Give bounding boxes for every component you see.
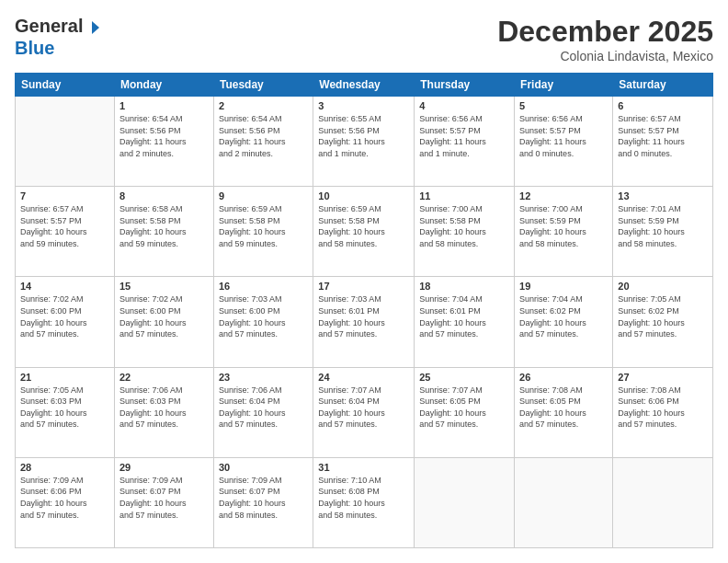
header: GeneralBlue December 2025 Colonia Lindav… — [15, 15, 713, 63]
calendar-day-cell: 20Sunrise: 7:05 AM Sunset: 6:02 PM Dayli… — [613, 277, 713, 367]
day-number: 13 — [618, 190, 708, 201]
day-info: Sunrise: 7:06 AM Sunset: 6:04 PM Dayligh… — [219, 385, 308, 431]
day-number: 23 — [219, 372, 308, 383]
calendar-day-cell: 26Sunrise: 7:08 AM Sunset: 6:05 PM Dayli… — [515, 367, 613, 457]
day-info: Sunrise: 6:59 AM Sunset: 5:58 PM Dayligh… — [318, 203, 409, 249]
calendar-day-cell: 12Sunrise: 7:00 AM Sunset: 5:59 PM Dayli… — [515, 187, 613, 277]
day-info: Sunrise: 6:56 AM Sunset: 5:57 PM Dayligh… — [419, 113, 509, 159]
day-number: 18 — [419, 281, 509, 292]
day-info: Sunrise: 7:01 AM Sunset: 5:59 PM Dayligh… — [618, 203, 708, 249]
calendar-header-cell: Tuesday — [213, 74, 313, 97]
day-number: 7 — [20, 190, 109, 201]
calendar-day-cell: 17Sunrise: 7:03 AM Sunset: 6:01 PM Dayli… — [313, 277, 415, 367]
calendar-day-cell — [16, 97, 115, 187]
day-number: 1 — [119, 100, 209, 111]
day-number: 25 — [419, 372, 509, 383]
calendar-header-row: SundayMondayTuesdayWednesdayThursdayFrid… — [16, 74, 713, 97]
day-info: Sunrise: 7:09 AM Sunset: 6:07 PM Dayligh… — [119, 475, 209, 521]
calendar-week-row: 1Sunrise: 6:54 AM Sunset: 5:56 PM Daylig… — [16, 97, 713, 187]
day-number: 3 — [318, 100, 409, 111]
calendar-subtitle: Colonia Lindavista, Mexico — [497, 49, 713, 63]
calendar-day-cell: 19Sunrise: 7:04 AM Sunset: 6:02 PM Dayli… — [515, 277, 613, 367]
calendar-day-cell: 30Sunrise: 7:09 AM Sunset: 6:07 PM Dayli… — [213, 457, 313, 547]
calendar-day-cell: 25Sunrise: 7:07 AM Sunset: 6:05 PM Dayli… — [415, 367, 515, 457]
calendar-day-cell: 23Sunrise: 7:06 AM Sunset: 6:04 PM Dayli… — [213, 367, 313, 457]
day-number: 10 — [318, 190, 409, 201]
calendar-day-cell: 2Sunrise: 6:54 AM Sunset: 5:56 PM Daylig… — [213, 97, 313, 187]
day-number: 4 — [419, 100, 509, 111]
day-number: 29 — [119, 462, 209, 473]
day-number: 5 — [519, 100, 608, 111]
day-info: Sunrise: 7:10 AM Sunset: 6:08 PM Dayligh… — [318, 475, 409, 521]
calendar-day-cell: 3Sunrise: 6:55 AM Sunset: 5:56 PM Daylig… — [313, 97, 415, 187]
day-info: Sunrise: 7:04 AM Sunset: 6:02 PM Dayligh… — [519, 293, 608, 339]
calendar-day-cell — [613, 457, 713, 547]
day-number: 8 — [119, 190, 209, 201]
day-number: 31 — [318, 462, 409, 473]
day-number: 30 — [219, 462, 308, 473]
calendar-header-cell: Thursday — [415, 74, 515, 97]
calendar-header-cell: Sunday — [16, 74, 115, 97]
day-number: 21 — [20, 372, 109, 383]
day-info: Sunrise: 7:00 AM Sunset: 5:59 PM Dayligh… — [519, 203, 608, 249]
day-number: 19 — [519, 281, 608, 292]
calendar-day-cell: 27Sunrise: 7:08 AM Sunset: 6:06 PM Dayli… — [613, 367, 713, 457]
day-info: Sunrise: 6:57 AM Sunset: 5:57 PM Dayligh… — [618, 113, 708, 159]
calendar-day-cell: 10Sunrise: 6:59 AM Sunset: 5:58 PM Dayli… — [313, 187, 415, 277]
calendar-day-cell: 7Sunrise: 6:57 AM Sunset: 5:57 PM Daylig… — [16, 187, 115, 277]
day-number: 17 — [318, 281, 409, 292]
day-number: 20 — [618, 281, 708, 292]
day-info: Sunrise: 7:09 AM Sunset: 6:06 PM Dayligh… — [20, 475, 109, 521]
calendar-day-cell: 28Sunrise: 7:09 AM Sunset: 6:06 PM Dayli… — [16, 457, 115, 547]
day-info: Sunrise: 7:05 AM Sunset: 6:03 PM Dayligh… — [20, 385, 109, 431]
day-info: Sunrise: 7:04 AM Sunset: 6:01 PM Dayligh… — [419, 293, 509, 339]
day-number: 9 — [219, 190, 308, 201]
day-info: Sunrise: 7:08 AM Sunset: 6:06 PM Dayligh… — [618, 385, 708, 431]
day-info: Sunrise: 7:05 AM Sunset: 6:02 PM Dayligh… — [618, 293, 708, 339]
day-number: 27 — [618, 372, 708, 383]
calendar-day-cell: 31Sunrise: 7:10 AM Sunset: 6:08 PM Dayli… — [313, 457, 415, 547]
day-info: Sunrise: 6:59 AM Sunset: 5:58 PM Dayligh… — [219, 203, 308, 249]
logo-text: GeneralBlue — [15, 15, 99, 59]
calendar-day-cell: 9Sunrise: 6:59 AM Sunset: 5:58 PM Daylig… — [213, 187, 313, 277]
day-number: 22 — [119, 372, 209, 383]
calendar-day-cell: 13Sunrise: 7:01 AM Sunset: 5:59 PM Dayli… — [613, 187, 713, 277]
calendar-day-cell: 16Sunrise: 7:03 AM Sunset: 6:00 PM Dayli… — [213, 277, 313, 367]
calendar-day-cell: 14Sunrise: 7:02 AM Sunset: 6:00 PM Dayli… — [16, 277, 115, 367]
day-info: Sunrise: 7:03 AM Sunset: 6:01 PM Dayligh… — [318, 293, 409, 339]
calendar-day-cell: 29Sunrise: 7:09 AM Sunset: 6:07 PM Dayli… — [114, 457, 213, 547]
day-info: Sunrise: 6:58 AM Sunset: 5:58 PM Dayligh… — [119, 203, 209, 249]
day-info: Sunrise: 7:02 AM Sunset: 6:00 PM Dayligh… — [20, 293, 109, 339]
day-info: Sunrise: 6:56 AM Sunset: 5:57 PM Dayligh… — [519, 113, 608, 159]
calendar-day-cell: 22Sunrise: 7:06 AM Sunset: 6:03 PM Dayli… — [114, 367, 213, 457]
calendar-week-row: 7Sunrise: 6:57 AM Sunset: 5:57 PM Daylig… — [16, 187, 713, 277]
calendar-header-cell: Monday — [114, 74, 213, 97]
day-number: 14 — [20, 281, 109, 292]
day-number: 6 — [618, 100, 708, 111]
calendar-week-row: 28Sunrise: 7:09 AM Sunset: 6:06 PM Dayli… — [16, 457, 713, 547]
day-info: Sunrise: 7:06 AM Sunset: 6:03 PM Dayligh… — [119, 385, 209, 431]
day-number: 12 — [519, 190, 608, 201]
calendar-day-cell: 15Sunrise: 7:02 AM Sunset: 6:00 PM Dayli… — [114, 277, 213, 367]
day-number: 2 — [219, 100, 308, 111]
calendar-title: December 2025 — [497, 15, 713, 49]
calendar-header-cell: Wednesday — [313, 74, 415, 97]
day-number: 28 — [20, 462, 109, 473]
calendar-header-cell: Saturday — [613, 74, 713, 97]
day-info: Sunrise: 7:07 AM Sunset: 6:05 PM Dayligh… — [419, 385, 509, 431]
day-number: 11 — [419, 190, 509, 201]
calendar-day-cell: 1Sunrise: 6:54 AM Sunset: 5:56 PM Daylig… — [114, 97, 213, 187]
day-info: Sunrise: 7:09 AM Sunset: 6:07 PM Dayligh… — [219, 475, 308, 521]
page: GeneralBlue December 2025 Colonia Lindav… — [0, 0, 728, 563]
day-info: Sunrise: 7:07 AM Sunset: 6:04 PM Dayligh… — [318, 385, 409, 431]
day-number: 26 — [519, 372, 608, 383]
calendar-header-cell: Friday — [515, 74, 613, 97]
calendar-day-cell: 24Sunrise: 7:07 AM Sunset: 6:04 PM Dayli… — [313, 367, 415, 457]
logo: GeneralBlue — [15, 15, 99, 59]
calendar-day-cell: 11Sunrise: 7:00 AM Sunset: 5:58 PM Dayli… — [415, 187, 515, 277]
calendar-day-cell: 5Sunrise: 6:56 AM Sunset: 5:57 PM Daylig… — [515, 97, 613, 187]
calendar-day-cell: 4Sunrise: 6:56 AM Sunset: 5:57 PM Daylig… — [415, 97, 515, 187]
day-info: Sunrise: 6:54 AM Sunset: 5:56 PM Dayligh… — [119, 113, 209, 159]
svg-marker-0 — [92, 21, 99, 34]
calendar-day-cell — [415, 457, 515, 547]
